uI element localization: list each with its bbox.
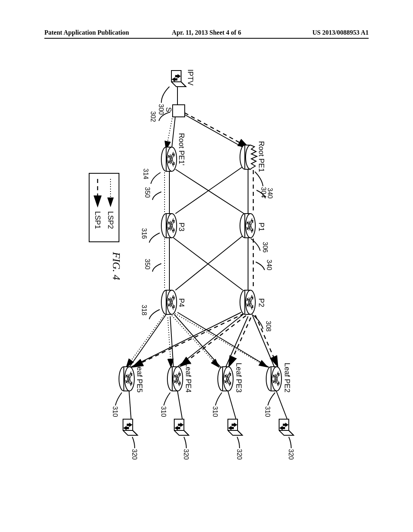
legend-lsp1: LSP1 <box>94 211 102 229</box>
svg-line-27 <box>226 316 248 367</box>
p2-icon <box>240 290 255 314</box>
ref-310c: 310 <box>160 406 167 417</box>
svg-line-37 <box>129 391 131 419</box>
header-left: Patent Application Publication <box>44 29 129 36</box>
svg-line-17 <box>171 115 175 151</box>
ref-316: 316 <box>141 228 148 239</box>
root-pe1p-label: Root PE1' <box>177 133 186 165</box>
p1-icon <box>240 214 255 238</box>
p3-label: P3 <box>177 222 186 231</box>
root-pe1-icon <box>240 145 257 169</box>
ref-314: 314 <box>142 168 149 179</box>
svg-line-23 <box>175 236 243 290</box>
stb4-icon <box>174 419 189 435</box>
ref-320c: 320 <box>183 449 190 460</box>
ref-320b: 320 <box>236 449 243 460</box>
leaf-pe4-label: Leaf PE4 <box>184 363 192 393</box>
ref-350a: 350 <box>144 187 151 198</box>
svg-line-30 <box>177 312 269 368</box>
ref-308: 308 <box>265 321 272 332</box>
leaf-pe4-icon <box>167 367 183 391</box>
leaf-pe2-icon <box>266 367 282 391</box>
stb2-icon <box>279 419 294 435</box>
svg-line-16 <box>181 113 246 149</box>
figure-4: IPTV S Root PE1 Root PE1' P1 P2 P3 P4 Le… <box>0 64 339 347</box>
ref-300: 300 <box>158 104 165 115</box>
ref-310d: 310 <box>112 406 119 417</box>
root-pe1-label: Root PE1 <box>257 141 265 172</box>
leaf-pe3-label: Leaf PE3 <box>235 363 243 393</box>
leaf-pe3-icon <box>218 367 233 391</box>
iptv-label: IPTV <box>186 69 194 85</box>
svg-line-24 <box>173 238 243 290</box>
ref-320a: 320 <box>288 449 294 460</box>
svg-line-31 <box>174 314 221 368</box>
p4-label: P4 <box>177 298 186 307</box>
ref-310b: 310 <box>212 406 219 417</box>
stb5-icon <box>123 419 138 435</box>
leaf-pe2-label: Leaf PE2 <box>283 363 291 393</box>
ref-320d: 320 <box>131 449 138 460</box>
page-header: Patent Application Publication Apr. 11, … <box>44 29 369 39</box>
svg-line-32 <box>170 316 173 368</box>
svg-line-20 <box>175 169 244 214</box>
p2-label: P2 <box>257 298 265 307</box>
switch-label: S <box>165 107 173 112</box>
ref-310a: 310 <box>264 406 271 417</box>
stb3-icon <box>228 419 242 435</box>
ref-318: 318 <box>141 305 148 316</box>
svg-line-28 <box>177 314 243 367</box>
links-physical <box>129 87 287 419</box>
figure-caption: FIG. 4 <box>111 251 122 280</box>
ref-340a: 340 <box>267 188 273 199</box>
ref-306: 306 <box>262 242 269 253</box>
legend-lsp2: LSP2 <box>106 211 115 229</box>
header-right: US 2013/0088953 A1 <box>312 29 369 36</box>
svg-line-35 <box>228 391 236 419</box>
svg-line-36 <box>177 391 182 419</box>
leaf-pe5-label: Leaf PE5 <box>136 363 144 393</box>
p3-icon <box>161 214 177 238</box>
switch-icon <box>173 105 185 117</box>
svg-line-33 <box>129 314 166 368</box>
leaf-pe5-icon <box>119 367 134 391</box>
p4-icon <box>161 290 177 314</box>
ref-callouts: 300 302 304 306 308 314 316 318 310 310 … <box>112 87 294 460</box>
ref-340b: 340 <box>266 260 273 270</box>
ref-302: 302 <box>150 111 156 122</box>
header-middle: Apr. 11, 2013 Sheet 4 of 6 <box>172 29 241 36</box>
iptv-host-icon <box>171 71 186 87</box>
svg-rect-38 <box>89 173 119 242</box>
ref-350b: 350 <box>144 259 151 270</box>
p1-label: P1 <box>257 222 265 231</box>
root-pe1p-icon <box>161 147 177 171</box>
legend: LSP2 LSP1 <box>89 173 119 242</box>
svg-line-34 <box>276 391 287 419</box>
figure-svg: IPTV S Root PE1 Root PE1' P1 P2 P3 P4 Le… <box>56 64 339 468</box>
